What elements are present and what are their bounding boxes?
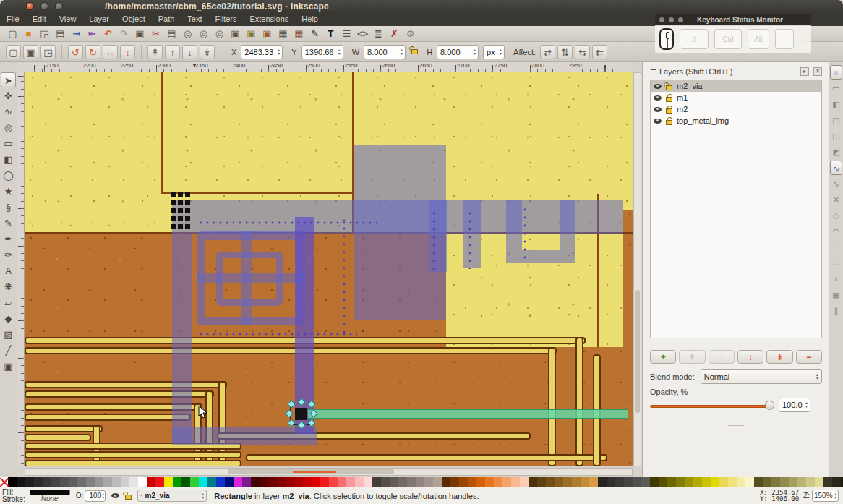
zoom-page-icon[interactable]: ◎ <box>213 27 226 40</box>
palette-swatch-38[interactable] <box>338 477 346 487</box>
palette-swatch-84[interactable] <box>737 477 745 487</box>
eraser-tool[interactable]: ▱ <box>1 295 16 310</box>
align-dialog-icon[interactable]: ≣ <box>372 27 385 40</box>
layer-visible-icon[interactable] <box>654 95 662 101</box>
palette-swatch-80[interactable] <box>702 477 711 487</box>
settings-gear-icon[interactable]: ⚙ <box>403 27 417 40</box>
palette-swatch-57[interactable] <box>502 477 511 487</box>
selected-rectangle[interactable] <box>295 408 307 420</box>
palette-swatch-69[interactable] <box>607 477 615 487</box>
palette-swatch-56[interactable] <box>494 477 502 487</box>
clone-icon[interactable]: ▣ <box>244 27 258 40</box>
palette-swatch-58[interactable] <box>511 477 520 487</box>
menu-extensions[interactable]: Extensions <box>243 13 295 26</box>
duplicate-icon[interactable]: ▣ <box>228 27 242 40</box>
palette-swatch-5[interactable] <box>51 477 60 487</box>
redo-icon[interactable]: ↷ <box>117 27 131 40</box>
palette-swatch-65[interactable] <box>572 477 581 487</box>
snap-grid[interactable]: ▦ <box>830 288 842 302</box>
palette-swatch-70[interactable] <box>615 477 624 487</box>
cut-icon[interactable]: ✂ <box>149 27 163 40</box>
node-tool[interactable]: ✜ <box>1 88 16 103</box>
affect-corners-icon[interactable]: ⇆ <box>575 45 590 59</box>
palette-swatch-63[interactable] <box>555 477 563 487</box>
tweak-tool[interactable]: ∿ <box>1 104 16 119</box>
layers-dialog-icon[interactable]: ☰ <box>340 27 354 40</box>
palette-swatch-52[interactable] <box>459 477 468 487</box>
palette-swatch-25[interactable] <box>225 477 234 487</box>
palette-swatch-83[interactable] <box>728 477 737 487</box>
menu-view[interactable]: View <box>53 13 83 26</box>
palette-swatch-72[interactable] <box>633 477 641 487</box>
layer-visible-icon[interactable] <box>654 107 662 112</box>
selector-tool[interactable]: ➤ <box>1 72 16 87</box>
palette-swatch-71[interactable] <box>624 477 633 487</box>
rotate-ccw-icon[interactable]: ↺ <box>68 45 83 59</box>
palette-swatch-86[interactable] <box>754 477 763 487</box>
palette-swatch-48[interactable] <box>424 477 433 487</box>
spiral-tool[interactable]: § <box>1 200 16 215</box>
pencil-tool[interactable]: ✎ <box>1 215 16 231</box>
dropper-tool[interactable]: ╱ <box>1 343 16 358</box>
palette-swatch-20[interactable] <box>181 477 190 487</box>
bezier-tool[interactable]: ✒ <box>1 231 16 247</box>
unlink-clone-icon[interactable]: ▣ <box>260 27 274 40</box>
blend-mode-select[interactable]: Normal▴▾ <box>701 369 822 384</box>
layer-lock-icon[interactable] <box>666 120 672 125</box>
palette-swatch-78[interactable] <box>685 477 693 487</box>
add-layer-button[interactable]: + <box>650 350 676 364</box>
palette-swatch-66[interactable] <box>581 477 589 487</box>
flip-horizontal-icon[interactable]: ↔ <box>103 45 118 59</box>
rotate-cw-icon[interactable]: ↻ <box>85 45 100 59</box>
raise-to-top-icon[interactable]: ↟ <box>147 45 163 59</box>
palette-swatch-4[interactable] <box>43 477 51 487</box>
layer-visibility-icon[interactable] <box>111 493 119 498</box>
layer-lock-icon[interactable] <box>125 495 132 500</box>
palette-swatch-30[interactable] <box>268 477 277 487</box>
palette-swatch-15[interactable] <box>138 477 147 487</box>
layer-row-top_metal_img[interactable]: top_metal_img <box>651 115 821 127</box>
export-icon[interactable]: ⇤ <box>85 27 99 40</box>
palette-swatch-93[interactable] <box>815 477 823 487</box>
flip-vertical-icon[interactable]: ↕ <box>120 45 135 59</box>
palette-swatch-54[interactable] <box>476 477 485 487</box>
snap-paths[interactable]: ∿ <box>830 176 842 191</box>
layer-lock-icon[interactable] <box>666 108 672 114</box>
unit-select[interactable]: px▴▾ <box>483 45 505 59</box>
snap-midpoints[interactable]: · <box>830 240 842 255</box>
palette-swatch-92[interactable] <box>806 477 815 487</box>
snap-bbox-edge-midpoints[interactable]: ◫ <box>830 129 842 143</box>
palette-swatch-35[interactable] <box>312 477 320 487</box>
palette-swatch-45[interactable] <box>398 477 407 487</box>
palette-swatch-60[interactable] <box>529 477 537 487</box>
layer-visible-icon[interactable] <box>654 119 662 124</box>
layer-visible-icon[interactable] <box>654 84 662 89</box>
fill-stroke-icon[interactable]: ✎ <box>308 27 322 40</box>
palette-swatch-3[interactable] <box>34 477 43 487</box>
palette-swatch-31[interactable] <box>277 477 286 487</box>
palette-swatch-14[interactable] <box>129 477 138 487</box>
affect-move-icon[interactable]: ⇄ <box>540 45 555 59</box>
palette-swatch-43[interactable] <box>381 477 390 487</box>
palette-swatch-59[interactable] <box>520 477 529 487</box>
palette-swatch-82[interactable] <box>719 477 728 487</box>
new-document-icon[interactable]: ▢ <box>6 27 20 40</box>
palette-swatch-9[interactable] <box>86 477 95 487</box>
palette-swatch-28[interactable] <box>251 477 260 487</box>
kbd-maximize-button[interactable] <box>678 17 683 22</box>
select-all-layers-icon[interactable]: ▣ <box>23 45 38 59</box>
snap-smooth-nodes[interactable]: ◠ <box>830 224 842 239</box>
menu-filters[interactable]: Filters <box>209 13 244 26</box>
menu-object[interactable]: Object <box>116 13 152 26</box>
snap-cusp-nodes[interactable]: ◇ <box>830 208 842 223</box>
palette-swatch-16[interactable] <box>147 477 155 487</box>
canvas[interactable] <box>25 72 633 466</box>
undo-icon[interactable]: ↶ <box>101 27 115 40</box>
palette-swatch-37[interactable] <box>329 477 338 487</box>
palette-swatch-64[interactable] <box>563 477 572 487</box>
text-dialog-icon[interactable]: T <box>324 27 338 40</box>
palette-swatch-34[interactable] <box>303 477 312 487</box>
star-tool[interactable]: ★ <box>1 184 16 199</box>
palette-swatch-89[interactable] <box>780 477 789 487</box>
palette-swatch-0[interactable] <box>8 477 17 487</box>
